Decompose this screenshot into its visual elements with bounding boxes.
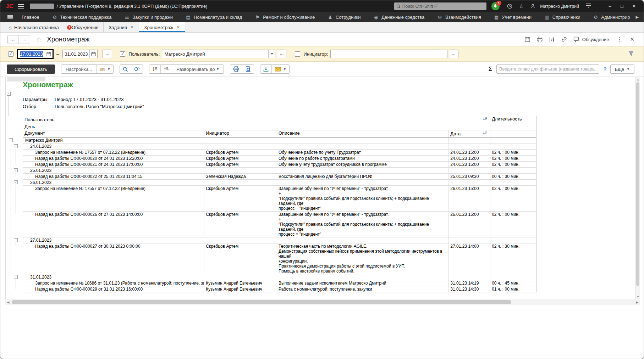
global-search[interactable]: [394, 2, 486, 10]
cell-description[interactable]: Завершение обучения по "Учет времени" - …: [277, 186, 448, 211]
initiator-checkbox[interactable]: [295, 51, 300, 57]
cell-duration[interactable]: 01 ч. : 00 мин.: [490, 286, 536, 292]
settings-button[interactable]: Настройки...: [61, 65, 97, 73]
user-more-button[interactable]: ...: [277, 50, 286, 58]
column-header-document[interactable]: Документ: [23, 130, 204, 137]
cell-duration[interactable]: 02 ч. : 30 мин.: [490, 243, 536, 274]
cell-document[interactable]: Наряд на работы СФ00-000026 от 27.01.202…: [23, 212, 204, 237]
section-tab-справочники[interactable]: ▥Справочники: [542, 15, 583, 20]
initiator-field[interactable]: [330, 50, 447, 58]
table-row[interactable]: Наряд на работы СФ00-000027 от 30.01.202…: [23, 243, 536, 274]
history-icon[interactable]: [507, 4, 512, 9]
cell-description[interactable]: Выполнение задачи исполнителем Матреско …: [277, 280, 448, 286]
cell-group[interactable]: 31.01.2023: [23, 274, 448, 280]
cell-description[interactable]: Теоритическая часть по методологии AGILE…: [277, 243, 448, 274]
cell-initiator[interactable]: Кузьмин Андрей Евгеньевич: [204, 280, 277, 286]
close-tab-icon[interactable]: ✕: [176, 25, 180, 30]
cell-description[interactable]: Обучениние работе по учету Трудозатрат: [277, 150, 448, 155]
filter-funnel-icon[interactable]: [628, 51, 634, 57]
sort-icon[interactable]: [483, 117, 488, 122]
section-tab-учет-времени[interactable]: ▦Учет времени: [492, 15, 534, 20]
cell-group[interactable]: 27.01.2023: [23, 237, 448, 243]
user-checkbox[interactable]: [120, 51, 125, 57]
maximize-button[interactable]: □: [616, 4, 628, 9]
expand-to-button[interactable]: Разворачивать до ▼: [172, 65, 224, 73]
cell-description[interactable]: Обучение по работе с трудозатратами: [277, 156, 448, 161]
table-row[interactable]: Наряд на работы СФ00-000029 от 31.01.202…: [23, 286, 536, 292]
table-row[interactable]: Наряд на работы СФ00-000020 от 24.01.202…: [23, 156, 536, 162]
chevron-down-icon[interactable]: ▼: [268, 50, 275, 58]
cell-initiator[interactable]: Скребцов Артем: [204, 156, 277, 161]
sort-icon[interactable]: [483, 131, 488, 136]
collapse-group-button[interactable]: -: [14, 238, 18, 242]
section-tab-номенклатура-и-склад[interactable]: ▤Номенклатура и склад: [183, 15, 244, 20]
table-row[interactable]: Наряд на работы СФ00-000022 от 25.01.202…: [23, 174, 536, 180]
section-tab-техническая-поддержка[interactable]: ⚙Техническая поддержка: [50, 15, 114, 20]
column-header-duration[interactable]: Длительность: [490, 116, 536, 123]
section-tab-взаимодействия[interactable]: ✉Взаимодействия: [435, 15, 483, 20]
table-row[interactable]: 31.01.2023: [23, 274, 536, 280]
save-report-icon[interactable]: [524, 37, 530, 43]
table-row[interactable]: Матреско Дмитрий: [23, 138, 536, 144]
table-row[interactable]: 26.01.2023: [23, 180, 536, 186]
vertical-scroll-thumb[interactable]: [636, 82, 639, 286]
add-to-favorites-star-icon[interactable]: ☆: [36, 35, 42, 44]
cell-description[interactable]: Завершение обучения по "Учет времени" - …: [277, 212, 448, 237]
cell-date[interactable]: 24.01.23 15:00: [448, 162, 490, 167]
table-row[interactable]: Запрос на изменение № 17557 от 07.12.22 …: [23, 186, 536, 212]
table-row[interactable]: Наряд на работы СФ00-000026 от 27.01.202…: [23, 212, 536, 237]
collapse-groups-button[interactable]: [149, 65, 160, 73]
cell-document[interactable]: Наряд на работы СФ00-000022 от 25.01.202…: [23, 174, 204, 179]
cell-description[interactable]: Работа с номенклатурой: поступление, зак…: [277, 286, 448, 292]
save-file-button[interactable]: [260, 65, 271, 73]
cell-document[interactable]: Наряд на работы СФ00-000027 от 30.01.202…: [23, 243, 204, 274]
user-icon[interactable]: [530, 4, 535, 9]
period-more-button[interactable]: ...: [103, 50, 112, 58]
get-link-icon[interactable]: [561, 37, 567, 42]
collapse-group-button[interactable]: -: [14, 168, 18, 172]
print-icon[interactable]: [536, 37, 543, 43]
window-tab[interactable]: 1Обсуждения: [64, 22, 104, 32]
column-header-day[interactable]: День: [23, 123, 490, 130]
back-button[interactable]: ←: [8, 35, 19, 44]
autosum-sigma[interactable]: Σ: [489, 66, 492, 73]
cell-initiator[interactable]: Зеленская Надежда: [204, 174, 277, 179]
cell-date[interactable]: 26.01.23 15:00: [448, 186, 490, 211]
cell-description[interactable]: Восстановил лицензию для бухгалтерии ПРО…: [277, 174, 448, 179]
collapse-report-header-button[interactable]: -: [7, 92, 11, 96]
discussion-button[interactable]: Обсуждение: [573, 37, 609, 42]
cell-initiator[interactable]: Скребцов Артем: [204, 243, 277, 274]
cell-document[interactable]: Наряд на работы СФ00-000020 от 24.01.202…: [23, 156, 204, 161]
cell-duration[interactable]: 00 ч. : 30 мин.: [490, 174, 536, 179]
horizontal-scrollbar[interactable]: ◀ ▶: [5, 299, 640, 305]
cell-initiator[interactable]: Скребцов Артем: [204, 150, 277, 155]
column-header-date[interactable]: Дата: [448, 130, 490, 137]
column-header-user[interactable]: Пользователь: [24, 117, 54, 122]
cell-date[interactable]: 31.01.23 14:19: [448, 280, 490, 286]
cell-date[interactable]: 26.01.23 15:00: [448, 212, 490, 237]
table-row[interactable]: 25.01.2023: [23, 168, 536, 174]
cell-initiator[interactable]: Кузьмин Андрей Евгеньевич: [204, 286, 277, 292]
cell-date[interactable]: 27.01.23 14:00: [448, 243, 490, 274]
cell-document[interactable]: Запрос на изменение № 18686 от 31.01.23 …: [23, 280, 204, 286]
cell-duration[interactable]: 02 ч. : 00 мин.: [490, 212, 536, 237]
cell-group[interactable]: 24.01.2023: [23, 144, 448, 149]
section-tab-закупки-и-продажи[interactable]: ⚖Закупки и продажи: [122, 15, 175, 20]
collapse-group-button[interactable]: -: [14, 180, 18, 184]
send-email-button[interactable]: ▼: [271, 65, 289, 73]
quick-filter-input[interactable]: [496, 64, 599, 74]
cell-initiator[interactable]: Скребцов Артем: [204, 162, 277, 167]
initiator-more-button[interactable]: ...: [449, 50, 458, 58]
report-variants-button[interactable]: ▼: [96, 65, 113, 73]
cell-duration[interactable]: 00 ч. : 45 мин.: [490, 280, 536, 286]
cell-date[interactable]: 25.01.23 09:30: [448, 174, 490, 179]
help-button[interactable]: ?: [604, 66, 607, 72]
window-tab[interactable]: ⌂Начальная страница: [3, 22, 64, 32]
search-input[interactable]: [402, 4, 484, 9]
print-preview-button[interactable]: [242, 65, 254, 73]
cell-duration[interactable]: 02 ч. : 00 мин.: [490, 186, 536, 211]
more-actions-kebab-icon[interactable]: ⋮: [617, 36, 622, 43]
table-row[interactable]: Запрос на изменение № 18686 от 31.01.23 …: [23, 280, 536, 286]
close-form-icon[interactable]: ✕: [630, 36, 634, 43]
cell-date[interactable]: 24.01.23 15:00: [448, 156, 490, 161]
